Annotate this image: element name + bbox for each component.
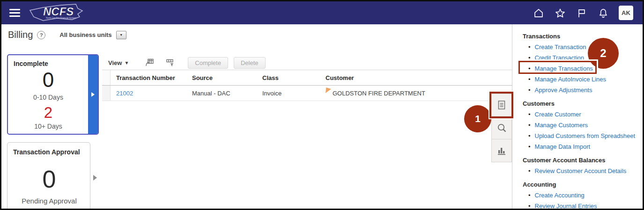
logo-text: NCFS — [43, 5, 74, 18]
task-link-create-customer[interactable]: Create Customer — [535, 111, 581, 118]
col-header-customer[interactable]: Customer — [320, 70, 512, 85]
list-item: •Review Journal Entries — [528, 203, 640, 210]
bullet-icon: • — [528, 143, 531, 150]
task-link-approve-adjustments[interactable]: Approve Adjustments — [535, 87, 592, 94]
incomplete-old-count: 2 — [8, 104, 89, 122]
table-header-row: Transaction Number Source Class Customer — [102, 70, 512, 86]
incomplete-card-expander[interactable] — [88, 55, 98, 134]
delete-button[interactable]: Delete — [234, 57, 266, 69]
app-window: NCFS North Carolina Financial System — [0, 0, 644, 210]
home-icon[interactable] — [533, 7, 544, 19]
table-toolbar: View ▼ Complete Delete — [102, 56, 512, 70]
section-accounting: Accounting •Create Accounting •Review Jo… — [523, 181, 640, 210]
flag-watchlist-icon[interactable] — [576, 7, 587, 19]
query-by-example-icon[interactable] — [165, 58, 175, 67]
customer-name: GOLDSTON FIRE DEPARTMENT — [333, 90, 425, 97]
bullet-icon: • — [528, 54, 531, 61]
task-link-upload-customers-from-spreadsheet[interactable]: Upload Customers from Spreadsheet — [535, 132, 636, 139]
tasks-panel: Transactions •Create Transaction •Credit… — [512, 24, 643, 209]
customer-cell: GOLDSTON FIRE DEPARTMENT — [320, 86, 512, 101]
bullet-icon: • — [528, 87, 531, 94]
approval-card-expander-arrow[interactable] — [93, 175, 97, 181]
top-navbar: NCFS North Carolina Financial System — [1, 1, 643, 24]
col-header-class[interactable]: Class — [257, 70, 320, 85]
annotation-step-1-badge: 1 — [464, 105, 491, 132]
logo-subtext: North Carolina Financial System — [46, 17, 76, 19]
bullet-icon: • — [528, 122, 531, 129]
task-link-manage-customers[interactable]: Manage Customers — [535, 122, 588, 129]
task-link-create-transaction[interactable]: Create Transaction — [535, 43, 586, 51]
list-item: •Create Transaction — [528, 43, 640, 51]
section-customer-account-balances: Customer Account Balances •Review Custom… — [523, 157, 640, 174]
incomplete-recent-label: 0-10 Days — [8, 94, 89, 101]
list-item: •Manage AutoInvoice Lines — [528, 76, 640, 83]
user-avatar[interactable]: AK — [619, 6, 633, 20]
page-title: Billing — [8, 29, 33, 40]
list-item: •Create Customer — [528, 111, 640, 118]
bullet-icon: • — [528, 111, 531, 118]
transactions-table: View ▼ Complete Delete — [102, 56, 512, 101]
list-item: •Credit Transaction — [528, 54, 640, 61]
search-icon[interactable] — [491, 116, 512, 139]
incomplete-card-title: Incomplete — [14, 60, 48, 67]
bullet-icon: • — [528, 192, 531, 199]
incomplete-recent-count: 0 — [8, 68, 89, 92]
section-heading: Customer Account Balances — [523, 157, 640, 164]
bell-notifications-icon[interactable] — [597, 7, 609, 19]
source-cell: Manual - DAC — [186, 86, 257, 101]
navbar-actions: AK — [533, 6, 633, 20]
chevron-down-icon: ▼ — [124, 60, 129, 65]
list-item: •Upload Customers from Spreadsheet — [528, 132, 640, 139]
section-heading: Transactions — [523, 33, 640, 40]
approval-card-title: Transaction Approval — [13, 148, 80, 156]
incomplete-infolet-card[interactable]: Incomplete 0 0-10 Days 2 10+ Days — [7, 54, 99, 135]
transaction-number-link[interactable]: 21002 — [116, 90, 133, 97]
row-selector-cell[interactable] — [102, 86, 111, 101]
list-item: •Manage Data Import — [528, 143, 640, 150]
transaction-approval-infolet-card[interactable]: Transaction Approval 0 Pending Approval — [7, 142, 90, 210]
bullet-icon: • — [528, 76, 531, 83]
bullet-icon: • — [528, 203, 531, 210]
complete-button[interactable]: Complete — [188, 57, 228, 69]
bullet-icon: • — [528, 132, 531, 139]
list-item: •Create Accounting — [528, 192, 640, 199]
business-unit-filter-label: All business units — [59, 31, 111, 38]
table-row[interactable]: 21002 Manual - DAC Invoice GOLDSTON FIRE… — [102, 86, 512, 101]
class-cell: Invoice — [257, 86, 320, 101]
approval-pending-count: 0 — [7, 165, 91, 193]
task-link-review-journal-entries[interactable]: Review Journal Entries — [535, 203, 597, 210]
annotation-highlight-tasks-icon — [489, 92, 513, 118]
list-item: •Review Customer Account Details — [528, 167, 640, 174]
hamburger-menu-icon[interactable] — [9, 7, 20, 19]
col-header-source[interactable]: Source — [186, 70, 257, 85]
page-header: Billing ? All business units ▼ — [8, 29, 126, 40]
task-link-review-customer-account-details[interactable]: Review Customer Account Details — [535, 167, 627, 174]
view-menu-button[interactable]: View ▼ — [108, 59, 129, 66]
task-link-credit-transaction[interactable]: Credit Transaction — [535, 54, 585, 61]
ncfs-logo[interactable]: NCFS North Carolina Financial System — [27, 3, 88, 23]
section-customers: Customers •Create Customer •Manage Custo… — [523, 100, 640, 150]
expander-arrow-icon — [91, 92, 95, 97]
row-selector-header — [102, 70, 111, 85]
task-link-create-accounting[interactable]: Create Accounting — [535, 192, 585, 199]
business-unit-dropdown-button[interactable]: ▼ — [116, 31, 126, 39]
approval-pending-label: Pending Approval — [7, 197, 91, 205]
row-info-flag-icon — [326, 87, 331, 93]
annotation-highlight-manage-transactions — [518, 61, 597, 74]
task-link-manage-autoinvoice-lines[interactable]: Manage AutoInvoice Lines — [535, 76, 607, 83]
list-item: •Approve Adjustments — [528, 87, 640, 94]
star-favorites-icon[interactable] — [554, 7, 566, 19]
section-heading: Customers — [523, 100, 640, 107]
task-link-manage-data-import[interactable]: Manage Data Import — [535, 143, 591, 150]
bar-chart-icon[interactable] — [491, 139, 512, 162]
list-item: •Manage Customers — [528, 122, 640, 129]
incomplete-old-label: 10+ Days — [8, 123, 89, 130]
help-icon[interactable]: ? — [37, 31, 45, 39]
bullet-icon: • — [528, 167, 531, 174]
detach-icon[interactable] — [145, 58, 154, 67]
bullet-icon: • — [528, 43, 531, 51]
section-heading: Accounting — [523, 181, 640, 188]
view-menu-label: View — [108, 59, 122, 66]
col-header-transaction-number[interactable]: Transaction Number — [111, 70, 186, 85]
